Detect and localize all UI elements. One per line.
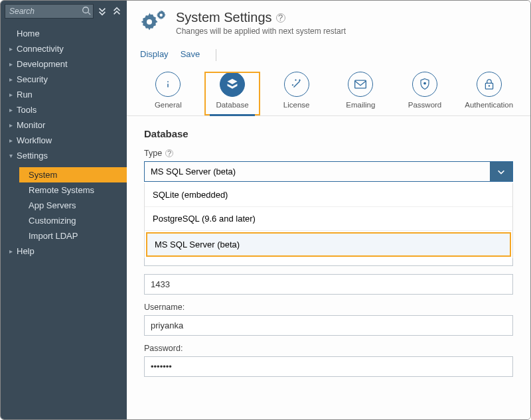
sidebar-item-workflow[interactable]: ▸Workflow [1, 133, 127, 148]
shield-icon [419, 78, 431, 91]
type-label: Type [144, 149, 162, 158]
wand-icon [291, 78, 303, 90]
sidebar-item-monitor[interactable]: ▸Monitor [1, 117, 127, 133]
sidebar-item-connectivity[interactable]: ▸Connectivity [1, 41, 127, 56]
sidebar-item-help[interactable]: ▸Help [1, 244, 127, 259]
type-option-postgresql[interactable]: PostgreSQL (9.6 and later) [145, 207, 512, 231]
help-icon[interactable]: ? [276, 13, 285, 23]
sidebar-item-app-servers[interactable]: App Servers [19, 198, 127, 213]
sidebar: Home ▸Connectivity ▸Development ▸Securit… [1, 1, 127, 419]
sidebar-item-customizing[interactable]: Customizing [19, 213, 127, 228]
svg-line-6 [293, 82, 299, 88]
port-input[interactable] [144, 274, 513, 295]
field-username: Username: [144, 303, 513, 336]
info-icon [162, 78, 174, 90]
page-title: System Settings ? [176, 10, 346, 25]
page-subtitle: Changes will be applied with next system… [176, 27, 346, 36]
expand-all-icon[interactable] [96, 5, 108, 18]
sidebar-item-security[interactable]: ▸Security [1, 72, 127, 87]
tab-bar: General Database License Emailing Passwo… [127, 65, 530, 116]
caret-icon: ▸ [7, 42, 14, 56]
tab-authentication[interactable]: Authentication [461, 72, 517, 115]
tab-license[interactable]: License [268, 72, 325, 115]
main: System Settings ? Changes will be applie… [127, 1, 530, 419]
password-input[interactable] [144, 356, 513, 377]
username-input[interactable] [144, 315, 513, 336]
tab-general[interactable]: General [140, 72, 196, 115]
svg-point-8 [423, 82, 426, 85]
caret-icon: ▸ [7, 72, 14, 86]
lock-icon [484, 78, 494, 91]
search-input[interactable] [5, 4, 94, 19]
caret-down-icon: ▾ [7, 149, 14, 163]
database-icon [226, 78, 239, 91]
type-dropdown: SQLite (embedded) PostgreSQL (9.6 and la… [144, 183, 513, 258]
save-button[interactable]: Save [181, 49, 200, 61]
caret-icon: ▸ [7, 88, 14, 102]
search-icon[interactable] [82, 6, 91, 15]
caret-icon: ▸ [7, 244, 14, 258]
help-icon[interactable]: ? [165, 149, 173, 157]
type-option-mssql[interactable]: MS SQL Server (beta) [146, 232, 511, 257]
sidebar-item-import-ldap[interactable]: Import LDAP [19, 228, 127, 244]
svg-point-0 [83, 7, 89, 13]
chevron-down-icon[interactable] [490, 162, 512, 181]
field-type: Type ? MS SQL Server (beta) SQLite (embe… [144, 149, 513, 182]
type-select[interactable]: MS SQL Server (beta) [144, 161, 513, 182]
field-port [144, 274, 513, 295]
section-title-database: Database [144, 128, 513, 139]
collapse-all-icon[interactable] [111, 5, 123, 18]
field-password: Password: [144, 344, 513, 377]
sidebar-item-home[interactable]: Home [1, 26, 127, 41]
username-label: Username: [144, 303, 513, 312]
nav-tree: Home ▸Connectivity ▸Development ▸Securit… [1, 22, 127, 259]
toolbar-separator [216, 49, 216, 61]
caret-icon: ▸ [7, 57, 14, 71]
svg-point-3 [160, 14, 163, 17]
sidebar-item-system[interactable]: System [19, 167, 127, 182]
tab-database[interactable]: Database [204, 72, 261, 115]
settings-gears-icon [139, 10, 167, 34]
svg-line-1 [88, 13, 91, 15]
svg-point-4 [167, 81, 169, 82]
sidebar-item-tools[interactable]: ▸Tools [1, 102, 127, 117]
type-option-sqlite[interactable]: SQLite (embedded) [145, 183, 512, 207]
svg-point-10 [488, 85, 489, 86]
sidebar-item-run[interactable]: ▸Run [1, 87, 127, 102]
caret-icon: ▸ [7, 103, 14, 117]
svg-rect-7 [355, 80, 366, 88]
display-button[interactable]: Display [140, 49, 169, 61]
sidebar-item-settings[interactable]: ▾Settings [1, 148, 127, 163]
caret-icon: ▸ [7, 118, 14, 132]
sidebar-item-remote-systems[interactable]: Remote Systems [19, 182, 127, 198]
svg-point-2 [147, 19, 152, 25]
type-select-value: MS SQL Server (beta) [145, 162, 490, 181]
caret-icon: ▸ [7, 133, 14, 147]
tab-emailing[interactable]: Emailing [333, 72, 389, 115]
mail-icon [354, 79, 367, 90]
tab-password[interactable]: Password [397, 72, 453, 115]
password-label: Password: [144, 344, 513, 353]
sidebar-item-development[interactable]: ▸Development [1, 56, 127, 72]
